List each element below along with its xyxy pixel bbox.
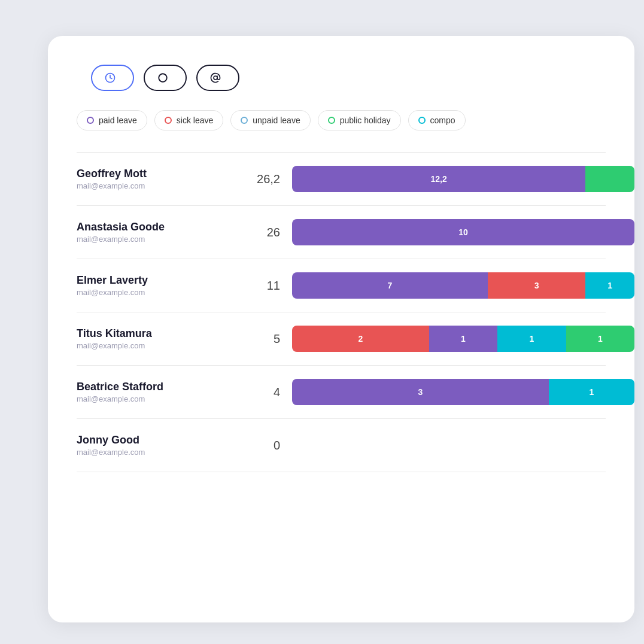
table-row: Titus Kitamuramail@example.com52111: [48, 312, 634, 365]
employee-info: Geoffrey Mottmail@example.com: [77, 168, 256, 190]
svg-point-1: [159, 74, 167, 82]
employee-total: 4: [256, 385, 292, 399]
employee-total: 11: [256, 279, 292, 293]
leave-types-row: paid leave sick leave unpaid leave publi…: [48, 110, 634, 152]
table-row: Geoffrey Mottmail@example.com26,212,2: [48, 153, 634, 205]
employee-name: Beatrice Stafford: [77, 381, 256, 393]
clock-icon: [104, 72, 116, 84]
leave-bar: [292, 432, 634, 458]
tag-unpaid-leave[interactable]: unpaid leave: [230, 110, 310, 130]
table-row: Anastasia Goodemail@example.com2610: [48, 206, 634, 259]
bar-segment: 2: [292, 326, 429, 352]
employee-info: Titus Kitamuramail@example.com: [77, 327, 256, 350]
table-row: Jonny Goodmail@example.com0: [48, 419, 634, 472]
employee-total: 0: [256, 439, 292, 452]
employee-name: Jonny Good: [77, 434, 256, 446]
bar-segment: [585, 166, 634, 192]
bar-segment: 1: [549, 379, 634, 405]
dot-compo: [418, 117, 426, 124]
tag-paid-label: paid leave: [99, 116, 137, 125]
employee-total: 5: [256, 332, 292, 346]
bar-segment: 1: [585, 272, 634, 299]
date-filter-button[interactable]: [91, 65, 134, 91]
employee-info: Jonny Goodmail@example.com: [77, 434, 256, 457]
dot-public: [328, 117, 335, 124]
header: [48, 65, 634, 110]
employee-email: mail@example.com: [77, 235, 256, 244]
employee-list: Geoffrey Mottmail@example.com26,212,2Ana…: [48, 152, 634, 472]
employee-info: Elmer Lavertymail@example.com: [77, 274, 256, 297]
leave-bar: 731: [292, 272, 634, 299]
dot-paid: [87, 117, 94, 124]
employee-info: Beatrice Staffordmail@example.com: [77, 381, 256, 403]
tag-compo[interactable]: compo: [408, 110, 466, 130]
table-row: Beatrice Staffordmail@example.com431: [48, 366, 634, 418]
bar-segment: 7: [292, 272, 488, 299]
employee-email: mail@example.com: [77, 394, 256, 403]
table-row: Elmer Lavertymail@example.com11731: [48, 259, 634, 312]
leave-bar: 31: [292, 379, 634, 405]
employee-total: 26: [256, 226, 292, 239]
tag-compo-label: compo: [430, 116, 455, 125]
employee-email: mail@example.com: [77, 341, 256, 350]
people-filter-button[interactable]: [196, 65, 239, 91]
leave-bar: 10: [292, 219, 634, 245]
tag-sick-label: sick leave: [177, 116, 213, 125]
employee-email: mail@example.com: [77, 181, 256, 190]
bar-segment: 10: [292, 219, 634, 245]
employee-name: Anastasia Goode: [77, 221, 256, 233]
types-filter-button[interactable]: [144, 65, 187, 91]
bar-segment: 12,2: [292, 166, 585, 192]
svg-point-2: [214, 76, 217, 80]
bar-segment: 1: [566, 326, 634, 352]
tag-unpaid-label: unpaid leave: [253, 116, 300, 125]
at-icon: [209, 72, 221, 84]
employee-name: Elmer Laverty: [77, 274, 256, 287]
tag-public-holiday[interactable]: public holiday: [318, 110, 401, 130]
employee-info: Anastasia Goodemail@example.com: [77, 221, 256, 244]
dot-sick: [165, 117, 172, 124]
employee-name: Titus Kitamura: [77, 327, 256, 340]
circle-icon: [157, 72, 169, 84]
employee-email: mail@example.com: [77, 288, 256, 297]
leave-bar: 12,2: [292, 166, 634, 192]
dot-unpaid: [241, 117, 248, 124]
employee-total: 26,2: [256, 172, 292, 186]
tag-sick-leave[interactable]: sick leave: [154, 110, 223, 130]
tag-paid-leave[interactable]: paid leave: [77, 110, 147, 130]
bar-segment: 1: [497, 326, 566, 352]
employee-name: Geoffrey Mott: [77, 168, 256, 180]
tag-public-label: public holiday: [340, 116, 391, 125]
main-card: paid leave sick leave unpaid leave publi…: [48, 36, 634, 622]
bar-segment: 1: [429, 326, 497, 352]
leave-bar: 2111: [292, 326, 634, 352]
bar-segment: 3: [292, 379, 549, 405]
employee-email: mail@example.com: [77, 448, 256, 457]
bar-segment: 3: [488, 272, 585, 299]
